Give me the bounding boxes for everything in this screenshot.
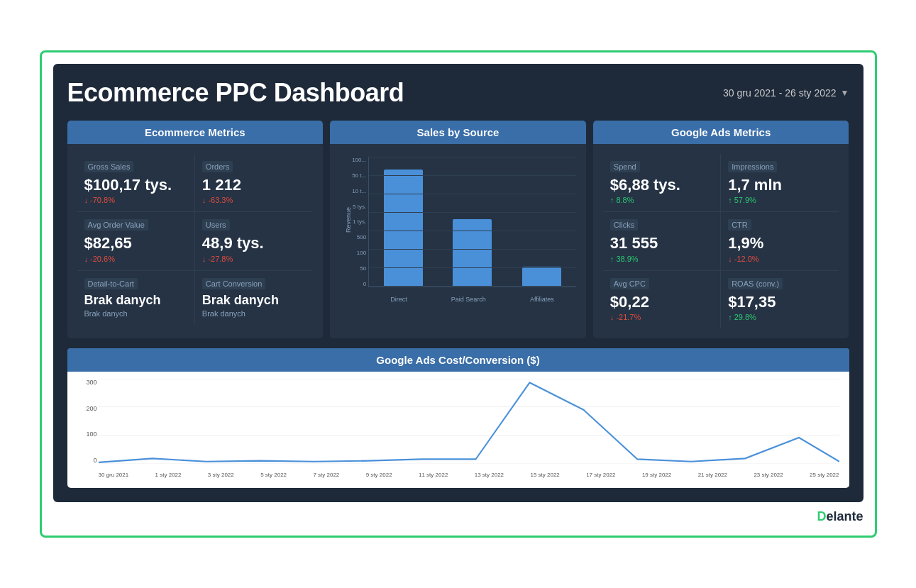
avg-order-label: Avg Order Value bbox=[84, 219, 148, 231]
x-11sty: 11 sty 2022 bbox=[419, 472, 448, 478]
ctr-cell: CTR 1,9% ↓ -12.0% bbox=[721, 212, 839, 270]
clicks-change: ↑ 38.9% bbox=[610, 255, 713, 263]
impressions-cell: Impressions 1,7 mln ↑ 57.9% bbox=[721, 154, 839, 212]
bar-paid-search bbox=[453, 219, 492, 287]
x-axis-labels: Direct Paid Search Affiliates bbox=[368, 296, 576, 303]
bar-chart: Revenue 100... 50 t... 10 t... 5 tys. 1 … bbox=[334, 151, 582, 307]
sales-by-source-header: Sales by Source bbox=[330, 121, 586, 144]
google-ads-body: Spend $6,88 tys. ↑ 8.8% Impressions 1,7 … bbox=[593, 144, 849, 338]
bar-paid-search-rect bbox=[453, 219, 492, 287]
bars-container bbox=[368, 157, 576, 287]
y-0: 0 bbox=[93, 457, 96, 464]
x-25sty: 25 sty 2022 bbox=[810, 472, 839, 478]
ecommerce-metrics-body: Gross Sales $100,17 tys. ↓ -70.8% Orders… bbox=[67, 144, 324, 335]
detail-to-cart-label: Detail-to-Cart bbox=[84, 278, 138, 289]
line-chart-container: 300 200 100 0 bbox=[77, 379, 839, 478]
y-label-5: 500 bbox=[357, 234, 366, 240]
cart-conversion-cell: Cart Conversion Brak danych Brak danych bbox=[195, 271, 313, 326]
users-cell: Users 48,9 tys. ↓ -27.8% bbox=[195, 212, 313, 270]
y-axis-labels: 100... 50 t... 10 t... 5 tys. 1 tys. 500… bbox=[341, 157, 366, 287]
sales-by-source-panel: Sales by Source Revenue 100... 50 t... 1… bbox=[330, 121, 586, 338]
cost-conversion-body: Google Ads Cost/Conversion ($) 300 200 1… bbox=[67, 348, 849, 488]
x-13sty: 13 sty 2022 bbox=[475, 472, 504, 478]
avg-cpc-label: Avg CPC bbox=[610, 278, 649, 289]
impressions-label: Impressions bbox=[728, 161, 777, 172]
x-label-affiliates: Affiliates bbox=[530, 296, 554, 303]
spend-value: $6,88 tys. bbox=[610, 176, 713, 194]
brand-d-letter: D bbox=[817, 509, 826, 523]
users-value: 48,9 tys. bbox=[202, 234, 306, 253]
clicks-label: Clicks bbox=[610, 219, 638, 231]
bar-direct-rect bbox=[384, 170, 423, 287]
gross-sales-value: $100,17 tys. bbox=[84, 176, 187, 194]
ctr-change: ↓ -12.0% bbox=[728, 255, 832, 263]
dashboard: Ecommerce PPC Dashboard 30 gru 2021 - 26… bbox=[53, 64, 863, 502]
ecommerce-metrics-grid: Gross Sales $100,17 tys. ↓ -70.8% Orders… bbox=[77, 154, 314, 325]
spend-label: Spend bbox=[610, 161, 640, 172]
ecommerce-metrics-panel: Ecommerce Metrics Gross Sales $100,17 ty… bbox=[67, 121, 324, 338]
cost-conversion-header: Google Ads Cost/Conversion ($) bbox=[67, 348, 849, 372]
users-change: ↓ -27.8% bbox=[202, 255, 306, 263]
cost-conversion-panel: Google Ads Cost/Conversion ($) 300 200 1… bbox=[67, 348, 849, 488]
y-100: 100 bbox=[86, 431, 96, 438]
x-23sty: 23 sty 2022 bbox=[754, 472, 783, 478]
y-label-2: 10 t... bbox=[352, 188, 366, 194]
y-label-6: 100 bbox=[357, 250, 366, 256]
google-ads-header: Google Ads Metrics bbox=[593, 121, 849, 144]
spend-change: ↑ 8.8% bbox=[610, 196, 713, 204]
gross-sales-label: Gross Sales bbox=[84, 161, 134, 172]
orders-cell: Orders 1 212 ↓ -63.3% bbox=[195, 154, 313, 212]
line-chart-x-labels: 30 gru 2021 1 sty 2022 3 sty 2022 5 sty … bbox=[99, 472, 839, 478]
x-19sty: 19 sty 2022 bbox=[642, 472, 671, 478]
dropdown-arrow-icon[interactable]: ▼ bbox=[841, 88, 849, 98]
avg-order-change: ↓ -20.6% bbox=[84, 255, 187, 263]
cart-conversion-label: Cart Conversion bbox=[202, 278, 265, 289]
sales-by-source-body: Revenue 100... 50 t... 10 t... 5 tys. 1 … bbox=[330, 144, 586, 311]
orders-value: 1 212 bbox=[202, 176, 306, 194]
clicks-cell: Clicks 31 555 ↑ 38.9% bbox=[603, 212, 721, 270]
x-5sty: 5 sty 2022 bbox=[260, 472, 287, 478]
cart-conversion-value: Brak danych bbox=[202, 293, 306, 309]
avg-cpc-cell: Avg CPC $0,22 ↓ -21.7% bbox=[603, 271, 721, 328]
orders-change: ↓ -63.3% bbox=[202, 196, 306, 204]
x-9sty: 9 sty 2022 bbox=[366, 472, 392, 478]
x-1sty: 1 sty 2022 bbox=[155, 472, 182, 478]
brand-rest: elante bbox=[826, 509, 863, 523]
cart-conversion-sub: Brak danych bbox=[202, 309, 306, 318]
x-3sty: 3 sty 2022 bbox=[208, 472, 234, 478]
detail-to-cart-sub: Brak danych bbox=[84, 309, 187, 318]
ctr-label: CTR bbox=[728, 219, 751, 231]
x-7sty: 7 sty 2022 bbox=[313, 472, 339, 478]
dashboard-header: Ecommerce PPC Dashboard 30 gru 2021 - 26… bbox=[67, 78, 849, 108]
users-label: Users bbox=[202, 219, 230, 231]
line-chart-y-labels: 300 200 100 0 bbox=[77, 379, 97, 464]
y-label-3: 5 tys. bbox=[353, 204, 366, 210]
y-200: 200 bbox=[86, 405, 96, 412]
ctr-value: 1,9% bbox=[728, 234, 832, 253]
x-30gru: 30 gru 2021 bbox=[99, 472, 129, 478]
clicks-value: 31 555 bbox=[610, 234, 713, 253]
roas-label: ROAS (conv.) bbox=[728, 278, 783, 289]
orders-label: Orders bbox=[202, 161, 233, 172]
avg-cpc-change: ↓ -21.7% bbox=[610, 313, 713, 321]
detail-to-cart-cell: Detail-to-Cart Brak danych Brak danych bbox=[77, 271, 195, 326]
roas-change: ↑ 29.8% bbox=[728, 313, 832, 321]
branding: Delante bbox=[53, 509, 863, 524]
impressions-value: 1,7 mln bbox=[728, 176, 832, 194]
google-ads-grid: Spend $6,88 tys. ↑ 8.8% Impressions 1,7 … bbox=[603, 154, 839, 328]
x-15sty: 15 sty 2022 bbox=[530, 472, 559, 478]
y-label-4: 1 tys. bbox=[353, 218, 366, 225]
outer-frame: Ecommerce PPC Dashboard 30 gru 2021 - 26… bbox=[40, 50, 877, 538]
impressions-change: ↑ 57.9% bbox=[728, 196, 832, 204]
x-17sty: 17 sty 2022 bbox=[586, 472, 615, 478]
line-chart-svg bbox=[99, 379, 839, 464]
y-label-7: 50 bbox=[360, 265, 366, 272]
x-label-paid-search: Paid Search bbox=[451, 296, 486, 303]
google-ads-panel: Google Ads Metrics Spend $6,88 tys. ↑ 8.… bbox=[593, 121, 849, 338]
top-panels: Ecommerce Metrics Gross Sales $100,17 ty… bbox=[67, 121, 849, 338]
dashboard-title: Ecommerce PPC Dashboard bbox=[67, 78, 404, 108]
bar-affiliates bbox=[522, 267, 561, 287]
y-label-1: 50 t... bbox=[352, 172, 366, 179]
x-21sty: 21 sty 2022 bbox=[698, 472, 727, 478]
y-label-0: 100... bbox=[352, 157, 366, 163]
